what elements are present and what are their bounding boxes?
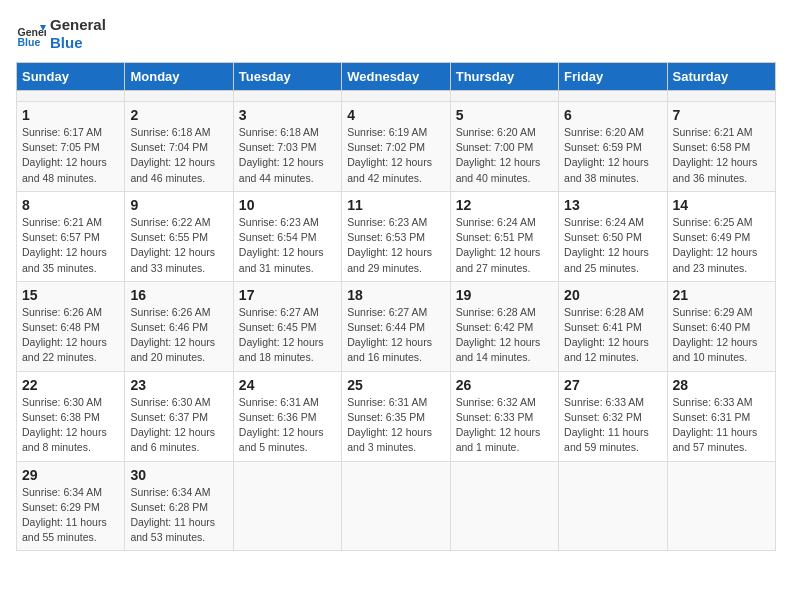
day-detail: Sunrise: 6:33 AMSunset: 6:31 PMDaylight:… <box>673 395 770 456</box>
day-number: 17 <box>239 287 336 303</box>
day-number: 14 <box>673 197 770 213</box>
day-number: 5 <box>456 107 553 123</box>
day-cell: 25Sunrise: 6:31 AMSunset: 6:35 PMDayligh… <box>342 371 450 461</box>
day-detail: Sunrise: 6:18 AMSunset: 7:03 PMDaylight:… <box>239 125 336 186</box>
day-number: 23 <box>130 377 227 393</box>
week-row-4: 15Sunrise: 6:26 AMSunset: 6:48 PMDayligh… <box>17 281 776 371</box>
day-cell <box>450 461 558 551</box>
day-cell: 18Sunrise: 6:27 AMSunset: 6:44 PMDayligh… <box>342 281 450 371</box>
day-number: 24 <box>239 377 336 393</box>
day-cell <box>342 461 450 551</box>
day-cell <box>450 91 558 102</box>
day-cell: 29Sunrise: 6:34 AMSunset: 6:29 PMDayligh… <box>17 461 125 551</box>
week-row-6: 29Sunrise: 6:34 AMSunset: 6:29 PMDayligh… <box>17 461 776 551</box>
day-detail: Sunrise: 6:31 AMSunset: 6:35 PMDaylight:… <box>347 395 444 456</box>
day-number: 12 <box>456 197 553 213</box>
day-detail: Sunrise: 6:29 AMSunset: 6:40 PMDaylight:… <box>673 305 770 366</box>
day-cell: 6Sunrise: 6:20 AMSunset: 6:59 PMDaylight… <box>559 102 667 192</box>
day-number: 21 <box>673 287 770 303</box>
day-cell: 22Sunrise: 6:30 AMSunset: 6:38 PMDayligh… <box>17 371 125 461</box>
col-header-sunday: Sunday <box>17 63 125 91</box>
day-cell <box>559 91 667 102</box>
day-number: 27 <box>564 377 661 393</box>
week-row-2: 1Sunrise: 6:17 AMSunset: 7:05 PMDaylight… <box>17 102 776 192</box>
day-number: 18 <box>347 287 444 303</box>
day-cell: 20Sunrise: 6:28 AMSunset: 6:41 PMDayligh… <box>559 281 667 371</box>
day-number: 11 <box>347 197 444 213</box>
week-row-5: 22Sunrise: 6:30 AMSunset: 6:38 PMDayligh… <box>17 371 776 461</box>
day-cell: 4Sunrise: 6:19 AMSunset: 7:02 PMDaylight… <box>342 102 450 192</box>
day-detail: Sunrise: 6:32 AMSunset: 6:33 PMDaylight:… <box>456 395 553 456</box>
day-number: 25 <box>347 377 444 393</box>
day-cell: 15Sunrise: 6:26 AMSunset: 6:48 PMDayligh… <box>17 281 125 371</box>
day-detail: Sunrise: 6:27 AMSunset: 6:44 PMDaylight:… <box>347 305 444 366</box>
day-number: 6 <box>564 107 661 123</box>
day-number: 20 <box>564 287 661 303</box>
day-detail: Sunrise: 6:28 AMSunset: 6:41 PMDaylight:… <box>564 305 661 366</box>
day-cell: 26Sunrise: 6:32 AMSunset: 6:33 PMDayligh… <box>450 371 558 461</box>
day-number: 28 <box>673 377 770 393</box>
day-number: 29 <box>22 467 119 483</box>
day-cell <box>342 91 450 102</box>
col-header-saturday: Saturday <box>667 63 775 91</box>
day-cell: 3Sunrise: 6:18 AMSunset: 7:03 PMDaylight… <box>233 102 341 192</box>
day-detail: Sunrise: 6:31 AMSunset: 6:36 PMDaylight:… <box>239 395 336 456</box>
day-number: 26 <box>456 377 553 393</box>
day-number: 1 <box>22 107 119 123</box>
day-detail: Sunrise: 6:24 AMSunset: 6:51 PMDaylight:… <box>456 215 553 276</box>
day-detail: Sunrise: 6:18 AMSunset: 7:04 PMDaylight:… <box>130 125 227 186</box>
day-number: 8 <box>22 197 119 213</box>
day-number: 13 <box>564 197 661 213</box>
day-detail: Sunrise: 6:26 AMSunset: 6:46 PMDaylight:… <box>130 305 227 366</box>
day-cell: 1Sunrise: 6:17 AMSunset: 7:05 PMDaylight… <box>17 102 125 192</box>
day-detail: Sunrise: 6:23 AMSunset: 6:53 PMDaylight:… <box>347 215 444 276</box>
logo: General Blue GeneralBlue <box>16 16 106 52</box>
day-detail: Sunrise: 6:21 AMSunset: 6:57 PMDaylight:… <box>22 215 119 276</box>
day-detail: Sunrise: 6:30 AMSunset: 6:37 PMDaylight:… <box>130 395 227 456</box>
day-cell: 10Sunrise: 6:23 AMSunset: 6:54 PMDayligh… <box>233 191 341 281</box>
day-detail: Sunrise: 6:20 AMSunset: 7:00 PMDaylight:… <box>456 125 553 186</box>
day-number: 15 <box>22 287 119 303</box>
day-cell: 28Sunrise: 6:33 AMSunset: 6:31 PMDayligh… <box>667 371 775 461</box>
day-detail: Sunrise: 6:21 AMSunset: 6:58 PMDaylight:… <box>673 125 770 186</box>
day-cell <box>559 461 667 551</box>
day-detail: Sunrise: 6:26 AMSunset: 6:48 PMDaylight:… <box>22 305 119 366</box>
day-detail: Sunrise: 6:25 AMSunset: 6:49 PMDaylight:… <box>673 215 770 276</box>
day-detail: Sunrise: 6:34 AMSunset: 6:29 PMDaylight:… <box>22 485 119 546</box>
day-cell: 17Sunrise: 6:27 AMSunset: 6:45 PMDayligh… <box>233 281 341 371</box>
calendar-table: SundayMondayTuesdayWednesdayThursdayFrid… <box>16 62 776 551</box>
day-cell <box>125 91 233 102</box>
day-cell: 21Sunrise: 6:29 AMSunset: 6:40 PMDayligh… <box>667 281 775 371</box>
day-cell: 14Sunrise: 6:25 AMSunset: 6:49 PMDayligh… <box>667 191 775 281</box>
day-number: 19 <box>456 287 553 303</box>
day-detail: Sunrise: 6:30 AMSunset: 6:38 PMDaylight:… <box>22 395 119 456</box>
day-cell <box>667 461 775 551</box>
day-number: 22 <box>22 377 119 393</box>
day-cell: 12Sunrise: 6:24 AMSunset: 6:51 PMDayligh… <box>450 191 558 281</box>
day-detail: Sunrise: 6:27 AMSunset: 6:45 PMDaylight:… <box>239 305 336 366</box>
week-row-3: 8Sunrise: 6:21 AMSunset: 6:57 PMDaylight… <box>17 191 776 281</box>
day-number: 16 <box>130 287 227 303</box>
day-detail: Sunrise: 6:17 AMSunset: 7:05 PMDaylight:… <box>22 125 119 186</box>
day-cell: 24Sunrise: 6:31 AMSunset: 6:36 PMDayligh… <box>233 371 341 461</box>
day-number: 9 <box>130 197 227 213</box>
col-header-tuesday: Tuesday <box>233 63 341 91</box>
day-cell: 5Sunrise: 6:20 AMSunset: 7:00 PMDaylight… <box>450 102 558 192</box>
day-cell: 23Sunrise: 6:30 AMSunset: 6:37 PMDayligh… <box>125 371 233 461</box>
day-cell <box>233 91 341 102</box>
day-cell: 8Sunrise: 6:21 AMSunset: 6:57 PMDaylight… <box>17 191 125 281</box>
day-cell: 9Sunrise: 6:22 AMSunset: 6:55 PMDaylight… <box>125 191 233 281</box>
week-row-1 <box>17 91 776 102</box>
day-detail: Sunrise: 6:23 AMSunset: 6:54 PMDaylight:… <box>239 215 336 276</box>
col-header-wednesday: Wednesday <box>342 63 450 91</box>
day-detail: Sunrise: 6:33 AMSunset: 6:32 PMDaylight:… <box>564 395 661 456</box>
day-number: 4 <box>347 107 444 123</box>
day-cell: 2Sunrise: 6:18 AMSunset: 7:04 PMDaylight… <box>125 102 233 192</box>
col-header-thursday: Thursday <box>450 63 558 91</box>
day-detail: Sunrise: 6:34 AMSunset: 6:28 PMDaylight:… <box>130 485 227 546</box>
day-detail: Sunrise: 6:22 AMSunset: 6:55 PMDaylight:… <box>130 215 227 276</box>
day-cell: 27Sunrise: 6:33 AMSunset: 6:32 PMDayligh… <box>559 371 667 461</box>
day-cell: 16Sunrise: 6:26 AMSunset: 6:46 PMDayligh… <box>125 281 233 371</box>
svg-text:Blue: Blue <box>18 36 41 48</box>
col-header-friday: Friday <box>559 63 667 91</box>
